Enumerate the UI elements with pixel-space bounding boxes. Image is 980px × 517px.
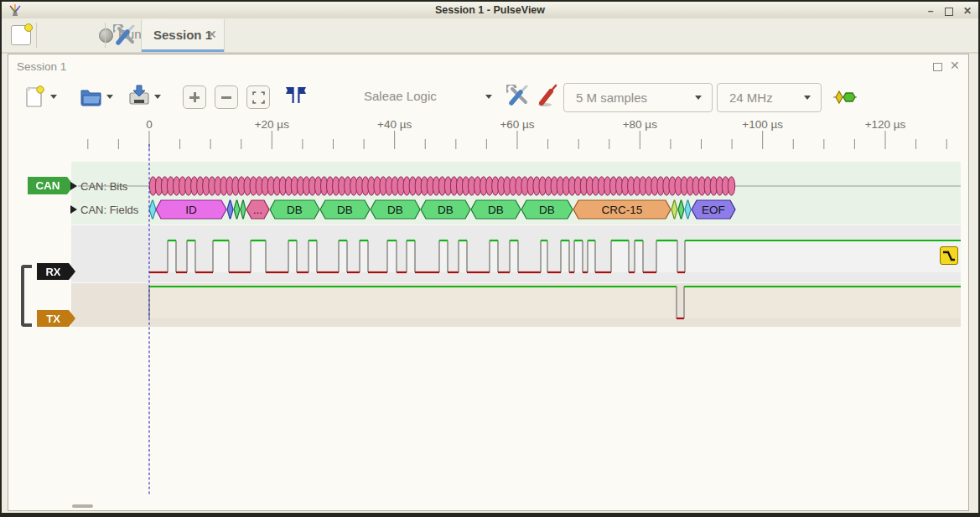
minimize-button[interactable]: – [924,6,937,18]
maximize-button[interactable] [942,6,956,18]
sample-rate-value: 24 MHz [729,90,773,105]
expander-arrow-icon[interactable] [70,182,77,190]
tx-row-background [71,283,961,327]
decoder-fields-row-label: CAN: Fields [80,204,138,216]
chevron-down-icon [695,96,702,100]
new-session-button[interactable] [11,25,31,45]
dock-float-button[interactable] [933,63,942,71]
device-dropdown-caret[interactable] [485,95,492,99]
run-button[interactable]: Run [48,18,102,52]
maximize-icon [945,8,953,16]
add-decoder-icon[interactable] [832,90,858,105]
rx-row-background [71,225,961,282]
open-dropdown-caret[interactable] [106,95,113,99]
fit-corners-icon [252,91,265,104]
horizontal-scrollbar-handle[interactable] [72,504,93,508]
toolbar-separator [36,23,37,48]
device-selector[interactable]: Saleae Logic [364,89,437,103]
main-toolbar: Run Session 1 ✕ [2,18,978,53]
save-file-icon[interactable] [127,84,151,107]
time-ruler[interactable] [71,114,961,151]
new-document-icon [24,23,33,32]
toolbar-bottom-border [2,52,978,54]
channel-group-bracket[interactable] [21,265,32,327]
can-decoder-tag[interactable]: CAN [28,177,74,194]
tx-channel-tag[interactable]: TX [37,310,75,327]
toolbar-separator [105,23,106,48]
dock-close-button[interactable]: ✕ [950,59,960,72]
window-title: Session 1 - PulseView [2,4,978,16]
tab-label: Session 1 [153,28,212,42]
rx-channel-tag[interactable]: RX [37,263,75,280]
new-file-icon[interactable] [25,85,45,108]
dock-title: Session 1 [17,60,66,73]
minus-icon [221,96,231,99]
configure-device-icon[interactable] [506,85,530,106]
falling-edge-icon [941,247,957,264]
chevron-down-icon [804,96,811,100]
sample-count-combobox[interactable]: 5 M samples [563,83,713,112]
trigger-marker-button[interactable] [940,246,958,265]
sample-rate-combobox[interactable]: 24 MHz [717,83,822,112]
pulseview-window: Session 1 - PulseView – ✕ Run Session 1 … [0,0,980,517]
channels-probe-icon[interactable] [537,83,558,108]
decoder-row-background [71,162,961,225]
tab-close-icon[interactable]: ✕ [207,28,217,41]
tab-session-1[interactable]: Session 1 ✕ [141,19,225,53]
show-cursors-flags-icon[interactable] [283,86,309,105]
expander-arrow-icon[interactable] [70,205,77,214]
sample-count-value: 5 M samples [576,90,647,105]
zoom-in-button[interactable] [183,85,206,109]
new-file-dropdown-caret[interactable] [50,95,57,99]
settings-screwdriver-wrench-icon[interactable] [113,24,137,46]
title-bar: Session 1 - PulseView – ✕ [2,2,978,19]
decoder-bits-row-label: CAN: Bits [80,180,127,193]
zoom-fit-button[interactable] [246,85,270,109]
open-file-folder-icon[interactable] [80,86,103,106]
plus-icon [189,92,200,102]
save-dropdown-caret[interactable] [154,95,161,99]
zoom-out-button[interactable] [215,85,238,109]
run-state-icon [99,28,113,43]
close-button[interactable]: ✕ [961,6,974,18]
